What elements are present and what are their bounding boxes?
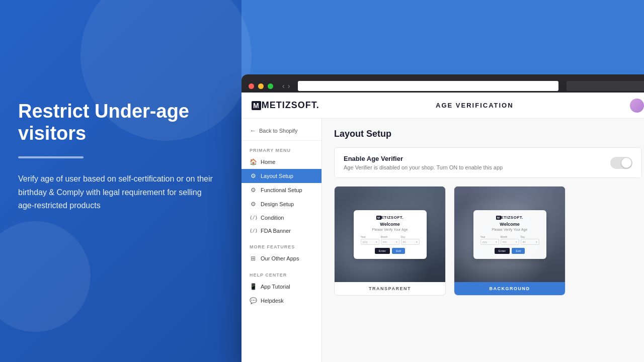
functional-setup-icon: ⚙	[250, 187, 257, 194]
mini-modal-buttons: Enter Exit	[361, 248, 420, 254]
helpdesk-icon: 💬	[250, 297, 257, 304]
logo-m: M	[252, 101, 261, 110]
enable-card-text: Enable Age Verifier Age Verifier is disa…	[344, 155, 503, 170]
browser-nav: ‹ ›	[282, 82, 290, 90]
avatar	[630, 99, 644, 113]
mini-modal-fields-2: Year yyyy▾ Month mm▾ Day	[480, 235, 539, 245]
mini-modal-buttons-2: Enter Exit	[480, 248, 539, 254]
search-bar[interactable]	[567, 81, 644, 91]
sidebar-item-functional-setup[interactable]: ⚙ Functional Setup	[242, 183, 321, 197]
day-field-2: Day dd▾	[521, 235, 539, 245]
mini-modal-welcome: Welcome	[361, 222, 420, 227]
hero-description: Verify age of user based on self-certifi…	[18, 172, 219, 212]
sidebar-item-condition-label: Condition	[261, 215, 284, 221]
logo: MMETIZSOFT.	[252, 100, 319, 111]
app-header: MMETIZSOFT. AGE VERIFICATION	[242, 93, 644, 119]
primary-menu-label: PRIMARY MENU	[242, 145, 321, 155]
year-input-2[interactable]: yyyy▾	[480, 239, 499, 245]
year-field-2: Year yyyy▾	[480, 235, 499, 245]
forward-arrow-icon[interactable]: ›	[288, 82, 290, 90]
sidebar-item-helpdesk-label: Helpdesk	[261, 298, 284, 304]
help-center-label: HELP CENTER	[242, 269, 321, 280]
sidebar-item-design-setup-label: Design Setup	[261, 201, 294, 207]
app-tutorial-icon: 📱	[250, 283, 257, 290]
enable-age-verifier-card: Enable Age Verifier Age Verifier is disa…	[334, 147, 642, 178]
mini-modal-subtitle: Please Verify Your Age	[361, 228, 420, 231]
divider	[18, 156, 84, 158]
enter-button[interactable]: Enter	[375, 248, 390, 254]
enable-toggle[interactable]	[610, 157, 632, 169]
condition-icon: {/}	[250, 215, 257, 220]
back-arrow-icon[interactable]: ‹	[282, 82, 285, 90]
page-title: Layout Setup	[334, 129, 642, 139]
address-bar[interactable]	[298, 81, 558, 91]
window-expand-dot[interactable]	[268, 83, 273, 89]
back-arrow-icon: ←	[250, 127, 256, 134]
mini-modal-subtitle-2: Please Verify Your Age	[480, 228, 539, 231]
day-input[interactable]: dd▾	[401, 239, 420, 245]
design-setup-icon: ⚙	[250, 201, 257, 208]
month-input[interactable]: mm▾	[381, 239, 399, 245]
transparent-label: TRANSPARENT	[335, 282, 445, 295]
window-minimize-dot[interactable]	[258, 83, 264, 89]
sidebar-item-fda-banner[interactable]: {/} FDA Banner	[242, 224, 321, 237]
layout-card-transparent[interactable]: METIZSOFT. Welcome Please Verify Your Ag…	[334, 186, 446, 296]
background-preview: METIZSOFT. Welcome Please Verify Your Ag…	[454, 187, 565, 282]
left-panel: Restrict Under-age visitors Verify age o…	[18, 101, 219, 213]
enter-button-2[interactable]: Enter	[495, 248, 510, 254]
day-label: Day	[401, 235, 420, 238]
sidebar-item-design-setup[interactable]: ⚙ Design Setup	[242, 197, 321, 211]
window-close-dot[interactable]	[249, 83, 254, 89]
exit-button[interactable]: Exit	[392, 248, 405, 254]
sidebar-item-functional-setup-label: Functional Setup	[261, 187, 302, 193]
exit-button-2[interactable]: Exit	[512, 248, 525, 254]
main-content: Layout Setup Enable Age Verifier Age Ver…	[322, 119, 644, 362]
sidebar-item-condition[interactable]: {/} Condition	[242, 211, 321, 224]
app-body: ← Back to Shopify PRIMARY MENU 🏠 Home ⚙ …	[242, 119, 644, 362]
month-input-2[interactable]: mm▾	[501, 239, 519, 245]
sidebar-item-home[interactable]: 🏠 Home	[242, 155, 321, 169]
year-label-2: Year	[480, 235, 499, 238]
day-input-2[interactable]: dd▾	[521, 239, 539, 245]
more-features-label: MORE FEATURES	[242, 241, 321, 251]
sidebar-item-app-tutorial-label: App Tutorial	[261, 284, 290, 290]
toggle-knob	[621, 158, 631, 168]
sidebar: ← Back to Shopify PRIMARY MENU 🏠 Home ⚙ …	[242, 119, 322, 362]
sidebar-item-app-tutorial[interactable]: 📱 App Tutorial	[242, 280, 321, 294]
mini-modal-transparent: METIZSOFT. Welcome Please Verify Your Ag…	[354, 210, 427, 259]
layout-setup-icon: ⚙	[250, 172, 257, 179]
month-field-2: Month mm▾	[501, 235, 519, 245]
back-to-shopify[interactable]: ← Back to Shopify	[242, 123, 321, 141]
sidebar-item-layout-setup-label: Layout Setup	[261, 173, 293, 179]
sidebar-item-home-label: Home	[261, 159, 275, 165]
mini-modal-welcome-2: Welcome	[480, 222, 539, 227]
back-to-shopify-label: Back to Shopify	[259, 128, 297, 134]
browser-body: MMETIZSOFT. AGE VERIFICATION ← Back to S…	[242, 93, 644, 362]
sidebar-item-helpdesk[interactable]: 💬 Helpdesk	[242, 294, 321, 308]
sidebar-item-our-other-apps[interactable]: ⊞ Our Other Apps	[242, 251, 321, 265]
day-field: Day dd▾	[401, 235, 420, 245]
sidebar-item-layout-setup[interactable]: ⚙ Layout Setup	[242, 169, 321, 183]
month-field: Month mm▾	[381, 235, 399, 245]
mini-modal-logo: METIZSOFT.	[361, 215, 420, 220]
logo-rest: METIZSOFT.	[262, 100, 319, 110]
mini-modal-fields: Year yyyy▾ Month mm▾ Day	[361, 235, 420, 245]
month-label-2: Month	[501, 235, 519, 238]
browser-chrome: ‹ ›	[242, 74, 644, 93]
day-label-2: Day	[521, 235, 539, 238]
year-field: Year yyyy▾	[361, 235, 379, 245]
year-input[interactable]: yyyy▾	[361, 239, 379, 245]
mini-modal-logo-2: METIZSOFT.	[480, 215, 539, 220]
hero-title: Restrict Under-age visitors	[18, 101, 219, 144]
background-label: BACKGROUND	[454, 282, 565, 295]
fda-banner-icon: {/}	[250, 228, 257, 233]
mini-modal-background: METIZSOFT. Welcome Please Verify Your Ag…	[473, 210, 546, 259]
year-label: Year	[361, 235, 379, 238]
layout-cards-container: METIZSOFT. Welcome Please Verify Your Ag…	[334, 186, 642, 296]
enable-card-description: Age Verifier is disabled on your shop. T…	[344, 164, 503, 170]
our-other-apps-icon: ⊞	[250, 255, 257, 262]
transparent-preview: METIZSOFT. Welcome Please Verify Your Ag…	[335, 187, 445, 282]
enable-card-title: Enable Age Verifier	[344, 155, 503, 162]
layout-card-background[interactable]: METIZSOFT. Welcome Please Verify Your Ag…	[454, 186, 566, 296]
sidebar-item-fda-banner-label: FDA Banner	[261, 228, 291, 234]
